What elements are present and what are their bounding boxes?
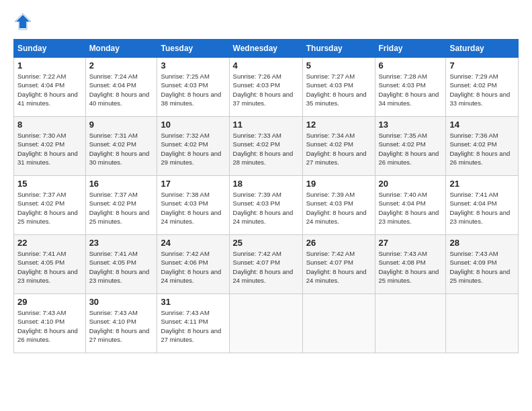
day-info: Sunrise: 7:36 AMSunset: 4:02 PMDaylight:… [449,131,515,167]
day-number: 6 [379,60,443,71]
calendar-table: SundayMondayTuesdayWednesdayThursdayFrid… [13,39,519,353]
day-number: 7 [449,60,515,71]
calendar-cell: 30Sunrise: 7:43 AMSunset: 4:10 PMDayligh… [85,294,157,353]
day-number: 22 [17,238,82,248]
col-header-saturday: Saturday [446,40,519,58]
calendar-cell [302,294,375,353]
day-number: 11 [233,120,299,130]
calendar-cell: 1Sunrise: 7:22 AMSunset: 4:04 PMDaylight… [14,58,86,117]
day-info: Sunrise: 7:43 AMSunset: 4:11 PMDaylight:… [161,308,225,344]
day-info: Sunrise: 7:27 AMSunset: 4:03 PMDaylight:… [306,72,371,107]
day-info: Sunrise: 7:28 AMSunset: 4:03 PMDaylight:… [379,72,443,107]
calendar-week-row: 15Sunrise: 7:37 AMSunset: 4:02 PMDayligh… [14,176,519,235]
calendar-week-row: 29Sunrise: 7:43 AMSunset: 4:10 PMDayligh… [14,294,519,353]
calendar-cell: 10Sunrise: 7:32 AMSunset: 4:02 PMDayligh… [157,117,229,176]
calendar-cell: 3Sunrise: 7:25 AMSunset: 4:03 PMDaylight… [157,58,229,117]
day-number: 8 [17,120,82,130]
day-info: Sunrise: 7:24 AMSunset: 4:04 PMDaylight:… [89,72,154,107]
calendar-cell: 27Sunrise: 7:43 AMSunset: 4:08 PMDayligh… [375,235,446,294]
day-number: 25 [233,238,299,248]
day-info: Sunrise: 7:42 AMSunset: 4:07 PMDaylight:… [306,249,371,285]
day-number: 15 [17,179,82,189]
day-number: 30 [89,297,154,307]
calendar-cell: 20Sunrise: 7:40 AMSunset: 4:04 PMDayligh… [375,176,446,235]
day-number: 18 [233,179,299,189]
calendar-week-row: 1Sunrise: 7:22 AMSunset: 4:04 PMDaylight… [14,58,519,117]
calendar-cell: 6Sunrise: 7:28 AMSunset: 4:03 PMDaylight… [375,58,446,117]
day-info: Sunrise: 7:43 AMSunset: 4:10 PMDaylight:… [89,308,154,344]
col-header-tuesday: Tuesday [157,40,229,58]
day-number: 4 [233,60,299,71]
header [13,12,519,31]
calendar-cell: 24Sunrise: 7:42 AMSunset: 4:06 PMDayligh… [157,235,229,294]
day-info: Sunrise: 7:39 AMSunset: 4:03 PMDaylight:… [233,190,299,226]
calendar-cell: 31Sunrise: 7:43 AMSunset: 4:11 PMDayligh… [157,294,229,353]
logo-icon [13,12,32,31]
day-info: Sunrise: 7:42 AMSunset: 4:06 PMDaylight:… [161,249,225,285]
day-number: 16 [89,179,154,189]
day-info: Sunrise: 7:30 AMSunset: 4:02 PMDaylight:… [17,131,82,167]
day-info: Sunrise: 7:37 AMSunset: 4:02 PMDaylight:… [17,190,82,226]
calendar-cell: 5Sunrise: 7:27 AMSunset: 4:03 PMDaylight… [302,58,375,117]
day-info: Sunrise: 7:29 AMSunset: 4:02 PMDaylight:… [449,72,515,107]
day-info: Sunrise: 7:26 AMSunset: 4:03 PMDaylight:… [233,72,299,107]
day-info: Sunrise: 7:22 AMSunset: 4:04 PMDaylight:… [17,72,82,107]
col-header-thursday: Thursday [302,40,375,58]
calendar-header-row: SundayMondayTuesdayWednesdayThursdayFrid… [14,40,519,58]
calendar-cell: 28Sunrise: 7:43 AMSunset: 4:09 PMDayligh… [446,235,519,294]
calendar-cell: 29Sunrise: 7:43 AMSunset: 4:10 PMDayligh… [14,294,86,353]
day-info: Sunrise: 7:38 AMSunset: 4:03 PMDaylight:… [161,190,225,226]
day-info: Sunrise: 7:34 AMSunset: 4:02 PMDaylight:… [306,131,371,167]
day-number: 13 [379,120,443,130]
day-number: 14 [449,120,515,130]
day-number: 2 [89,60,154,71]
day-number: 21 [449,179,515,189]
day-number: 29 [17,297,82,307]
day-info: Sunrise: 7:37 AMSunset: 4:02 PMDaylight:… [89,190,154,226]
calendar-cell: 11Sunrise: 7:33 AMSunset: 4:02 PMDayligh… [229,117,302,176]
day-info: Sunrise: 7:39 AMSunset: 4:03 PMDaylight:… [306,190,371,226]
logo [13,12,35,31]
calendar-cell: 13Sunrise: 7:35 AMSunset: 4:02 PMDayligh… [375,117,446,176]
calendar-cell [375,294,446,353]
day-number: 24 [161,238,225,248]
day-number: 26 [306,238,371,248]
calendar-cell: 4Sunrise: 7:26 AMSunset: 4:03 PMDaylight… [229,58,302,117]
day-number: 27 [379,238,443,248]
col-header-friday: Friday [375,40,446,58]
day-info: Sunrise: 7:35 AMSunset: 4:02 PMDaylight:… [379,131,443,167]
calendar-cell: 18Sunrise: 7:39 AMSunset: 4:03 PMDayligh… [229,176,302,235]
calendar-cell: 7Sunrise: 7:29 AMSunset: 4:02 PMDaylight… [446,58,519,117]
day-number: 19 [306,179,371,189]
day-number: 1 [17,60,82,71]
day-number: 23 [89,238,154,248]
day-info: Sunrise: 7:33 AMSunset: 4:02 PMDaylight:… [233,131,299,167]
day-info: Sunrise: 7:40 AMSunset: 4:04 PMDaylight:… [379,190,443,226]
calendar-page: SundayMondayTuesdayWednesdayThursdayFrid… [0,0,532,360]
day-info: Sunrise: 7:43 AMSunset: 4:09 PMDaylight:… [449,249,515,285]
day-number: 3 [161,60,225,71]
calendar-cell: 26Sunrise: 7:42 AMSunset: 4:07 PMDayligh… [302,235,375,294]
calendar-week-row: 22Sunrise: 7:41 AMSunset: 4:05 PMDayligh… [14,235,519,294]
day-info: Sunrise: 7:43 AMSunset: 4:10 PMDaylight:… [17,308,82,344]
calendar-cell: 14Sunrise: 7:36 AMSunset: 4:02 PMDayligh… [446,117,519,176]
day-info: Sunrise: 7:41 AMSunset: 4:04 PMDaylight:… [449,190,515,226]
col-header-monday: Monday [85,40,157,58]
calendar-cell: 22Sunrise: 7:41 AMSunset: 4:05 PMDayligh… [14,235,86,294]
day-info: Sunrise: 7:25 AMSunset: 4:03 PMDaylight:… [161,72,225,107]
calendar-cell: 9Sunrise: 7:31 AMSunset: 4:02 PMDaylight… [85,117,157,176]
calendar-cell: 23Sunrise: 7:41 AMSunset: 4:05 PMDayligh… [85,235,157,294]
day-number: 20 [379,179,443,189]
calendar-cell [229,294,302,353]
col-header-wednesday: Wednesday [229,40,302,58]
day-number: 17 [161,179,225,189]
calendar-cell: 8Sunrise: 7:30 AMSunset: 4:02 PMDaylight… [14,117,86,176]
day-info: Sunrise: 7:41 AMSunset: 4:05 PMDaylight:… [17,249,82,285]
day-number: 31 [161,297,225,307]
calendar-cell [446,294,519,353]
calendar-cell: 2Sunrise: 7:24 AMSunset: 4:04 PMDaylight… [85,58,157,117]
calendar-cell: 17Sunrise: 7:38 AMSunset: 4:03 PMDayligh… [157,176,229,235]
day-info: Sunrise: 7:42 AMSunset: 4:07 PMDaylight:… [233,249,299,285]
day-number: 28 [449,238,515,248]
calendar-cell: 16Sunrise: 7:37 AMSunset: 4:02 PMDayligh… [85,176,157,235]
